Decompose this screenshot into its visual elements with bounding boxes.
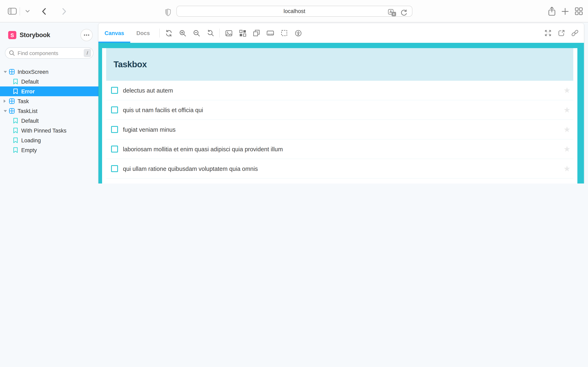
address-bar-icons: Ax (387, 8, 409, 17)
sidebar-item-label: TaskList (17, 108, 38, 114)
forward-icon (59, 6, 69, 16)
task-title: quis ut nam facilis et officia qui (123, 107, 563, 113)
copy-link-icon[interactable] (570, 28, 580, 38)
component-tree: InboxScreenDefaultErrorTaskTaskListDefau… (0, 67, 98, 155)
sidebar-item-with-pinned-tasks[interactable]: With Pinned Tasks (0, 125, 98, 135)
sidebar-item-tasklist[interactable]: TaskList (0, 106, 98, 116)
sidebar-item-default[interactable]: Default (0, 77, 98, 86)
story-icon (13, 128, 18, 133)
new-tab-icon[interactable] (560, 6, 570, 16)
reload-icon[interactable] (399, 8, 409, 17)
tab-canvas[interactable]: Canvas (98, 23, 130, 43)
sidebar-item-label: InboxScreen (17, 69, 49, 75)
zoom-out-icon[interactable] (191, 27, 202, 39)
search-box: / (5, 47, 94, 59)
search-shortcut-badge: / (84, 49, 91, 57)
pin-task-star-icon[interactable]: ★ (563, 86, 571, 94)
viewport-icon[interactable] (251, 27, 262, 39)
caret-down-icon[interactable] (4, 71, 7, 73)
sidebar-item-empty[interactable]: Empty (0, 145, 98, 155)
component-icon (9, 98, 15, 104)
task-title: laboriosam mollitia et enim quasi adipis… (123, 146, 563, 152)
caret-right-icon[interactable] (4, 100, 7, 103)
fullscreen-icon[interactable] (543, 28, 553, 38)
measure-icon[interactable] (265, 27, 276, 39)
grid-icon[interactable] (237, 27, 248, 39)
taskbox-app: Taskbox delectus aut autem★quis ut nam f… (102, 48, 577, 184)
sidebar-item-loading[interactable]: Loading (0, 135, 98, 145)
sidebar-toggle-icon[interactable] (7, 6, 17, 16)
sidebar-item-label: With Pinned Tasks (21, 127, 67, 133)
task-row: delectus aut autem★ (106, 81, 573, 100)
canvas-right-tools (543, 23, 580, 43)
caret-down-icon[interactable] (4, 110, 7, 112)
toolbar-spacer (304, 23, 543, 43)
pin-task-star-icon[interactable]: ★ (563, 145, 571, 153)
story-icon (13, 79, 18, 84)
back-icon[interactable] (39, 6, 49, 16)
ellipsis-icon (84, 34, 89, 36)
tab-docs[interactable]: Docs (130, 23, 156, 43)
zoom-in-icon[interactable] (177, 27, 188, 39)
address-bar[interactable]: localhost Ax (176, 6, 412, 17)
accessibility-icon[interactable] (292, 27, 304, 39)
preview-iframe: Taskbox delectus aut autem★quis ut nam f… (98, 43, 584, 184)
task-list: delectus aut autem★quis ut nam facilis e… (106, 81, 573, 184)
privacy-shield-icon[interactable] (163, 7, 173, 17)
tabs-chevron-icon[interactable] (22, 6, 32, 16)
story-icon (13, 147, 18, 153)
search-icon (9, 50, 15, 56)
task-row: fugiat veniam minus★ (106, 120, 573, 140)
task-row: qui ullam ratione quibusdam voluptatem q… (106, 159, 573, 179)
story-icon (13, 118, 18, 124)
tab-overview-icon[interactable] (574, 6, 584, 16)
svg-text:x: x (393, 12, 395, 16)
task-checkbox[interactable] (111, 106, 118, 113)
remount-icon[interactable] (163, 27, 174, 39)
sidebar-header: S Storybook (8, 29, 93, 41)
sidebar-item-default[interactable]: Default (0, 116, 98, 125)
task-row: laboriosam mollitia et enim quasi adipis… (106, 140, 573, 159)
brand-title: Storybook (20, 31, 80, 39)
taskbox-title: Taskbox (113, 59, 147, 69)
component-icon (9, 69, 15, 75)
outline-icon[interactable] (278, 27, 290, 39)
pin-task-star-icon[interactable]: ★ (563, 106, 571, 114)
component-icon (9, 108, 15, 114)
task-checkbox[interactable] (111, 165, 118, 172)
canvas-toolbar: CanvasDocs (98, 23, 584, 43)
sidebar-item-error[interactable]: Error (0, 86, 98, 96)
toolbar-divider (20, 7, 20, 15)
story-icon (13, 137, 18, 143)
browser-right-controls (547, 0, 584, 22)
sidebar-menu-button[interactable] (80, 29, 93, 41)
toolbar-divider (219, 29, 220, 38)
browser-left-controls (7, 0, 69, 22)
sidebar-item-label: Default (21, 118, 39, 124)
task-title: qui ullam ratione quibusdam voluptatem q… (123, 165, 563, 172)
open-new-tab-icon[interactable] (557, 28, 566, 38)
share-icon[interactable] (547, 6, 557, 16)
pin-task-star-icon[interactable]: ★ (563, 165, 571, 173)
task-checkbox[interactable] (111, 126, 118, 133)
addon-tool-group (223, 23, 304, 43)
app-root: localhost Ax S Storybook / InboxScreenDe… (0, 0, 588, 184)
toolbar-divider (159, 29, 160, 38)
task-checkbox[interactable] (111, 146, 118, 152)
background-icon[interactable] (223, 27, 234, 39)
browser-toolbar: localhost Ax (0, 0, 588, 22)
sidebar-item-label: Task (17, 98, 29, 104)
zoom-reset-icon[interactable] (205, 27, 216, 39)
translate-icon[interactable]: Ax (387, 8, 397, 17)
sidebar-item-inboxscreen[interactable]: InboxScreen (0, 67, 98, 77)
task-row: illo expedita consequatur quia in★ (106, 179, 573, 184)
search-input[interactable] (5, 47, 94, 59)
sidebar-item-task[interactable]: Task (0, 96, 98, 106)
sidebar-item-label: Error (21, 88, 35, 94)
task-row: quis ut nam facilis et officia qui★ (106, 100, 573, 120)
task-title: fugiat veniam minus (123, 126, 563, 133)
storybook-logo: S (8, 31, 16, 39)
pin-task-star-icon[interactable]: ★ (563, 125, 571, 133)
zoom-tool-group (163, 23, 216, 43)
task-checkbox[interactable] (111, 87, 118, 94)
